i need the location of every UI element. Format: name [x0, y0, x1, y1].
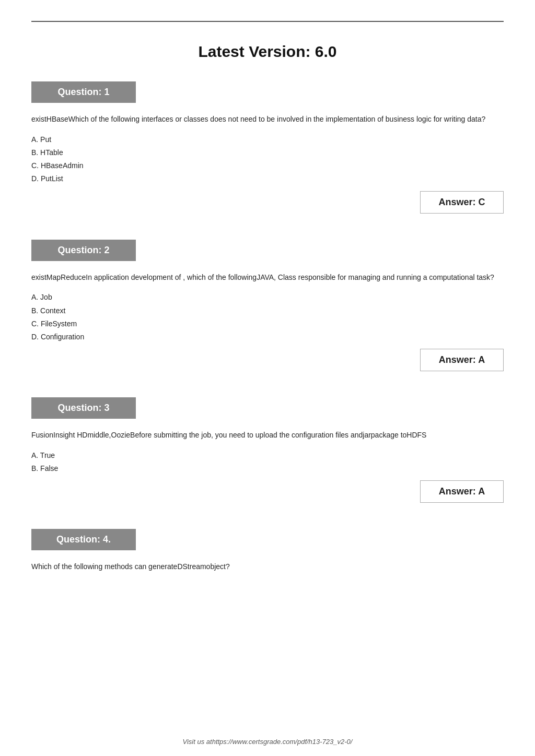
list-item: C. FileSystem	[31, 317, 504, 330]
list-item: A. Job	[31, 291, 504, 304]
question-2-section: Question: 2 existMapReduceIn application…	[31, 240, 504, 382]
question-1-section: Question: 1 existHBaseWhich of the follo…	[31, 81, 504, 224]
question-4-section: Question: 4. Which of the following meth…	[31, 529, 504, 573]
question-1-header: Question: 1	[31, 81, 136, 103]
list-item: A. Put	[31, 133, 504, 146]
question-2-header: Question: 2	[31, 240, 136, 261]
question-3-section: Question: 3 FusionInsight HDmiddle,Oozie…	[31, 397, 504, 513]
q1-answer-row: Answer: C	[31, 191, 504, 224]
footer-label: Visit us athttps://www.certsgrade.com/pd…	[183, 738, 353, 746]
question-1-text: existHBaseWhich of the following interfa…	[31, 113, 504, 126]
q2-answer-row: Answer: A	[31, 349, 504, 382]
question-2-text: existMapReduceIn application development…	[31, 271, 504, 284]
list-item: A. True	[31, 449, 504, 462]
q3-answer-row: Answer: A	[31, 480, 504, 513]
question-3-text: FusionInsight HDmiddle,OozieBefore submi…	[31, 429, 504, 442]
question-3-header: Question: 3	[31, 397, 136, 419]
question-3-answer: Answer: A	[420, 480, 504, 503]
page-title: Latest Version: 6.0	[31, 43, 504, 61]
question-2-answer: Answer: A	[420, 349, 504, 371]
list-item: C. HBaseAdmin	[31, 159, 504, 172]
question-2-options: A. Job B. Context C. FileSystem D. Confi…	[31, 291, 504, 344]
question-1-options: A. Put B. HTable C. HBaseAdmin D. PutLis…	[31, 133, 504, 186]
question-3-options: A. True B. False	[31, 449, 504, 475]
question-1-answer: Answer: C	[420, 191, 504, 214]
list-item: D. PutList	[31, 172, 504, 185]
list-item: B. False	[31, 462, 504, 475]
list-item: D. Configuration	[31, 330, 504, 344]
question-4-text: Which of the following methods can gener…	[31, 561, 504, 573]
top-divider	[31, 21, 504, 22]
footer-text: Visit us athttps://www.certsgrade.com/pd…	[0, 738, 535, 746]
list-item: B. Context	[31, 304, 504, 317]
list-item: B. HTable	[31, 146, 504, 159]
question-4-header: Question: 4.	[31, 529, 136, 550]
